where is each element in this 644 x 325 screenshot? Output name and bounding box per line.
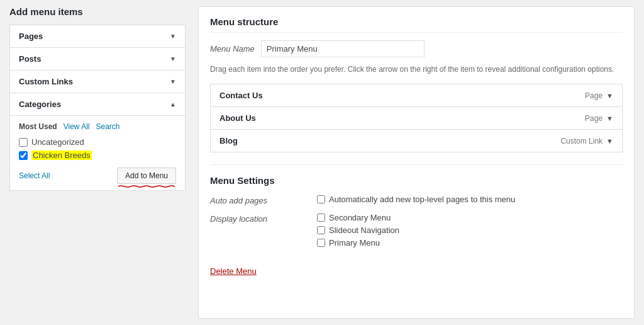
menu-name-input[interactable] (261, 40, 425, 57)
auto-add-pages-value: Automatically add new top-level pages to… (317, 195, 623, 205)
auto-add-pages-label: Auto add pages (210, 195, 311, 205)
select-all-link[interactable]: Select All (19, 171, 50, 180)
contact-us-expand-arrow[interactable]: ▼ (606, 92, 613, 100)
display-location-label: Display location (210, 213, 311, 248)
add-to-menu-wrapper: Add to Menu (117, 168, 176, 184)
custom-links-arrow: ▼ (170, 78, 176, 85)
menu-name-label: Menu Name (210, 44, 255, 54)
auto-add-pages-option-label: Automatically add new top-level pages to… (329, 195, 515, 204)
tab-search[interactable]: Search (96, 122, 120, 131)
primary-menu-label: Primary Menu (329, 238, 380, 248)
categories-accordion-header[interactable]: Categories ▲ (10, 93, 185, 115)
pages-accordion-header[interactable]: Pages ▼ (10, 25, 185, 47)
list-item: Chicken Breeds (19, 151, 176, 160)
menu-structure-title: Menu structure (210, 16, 623, 33)
squiggle-decoration (117, 185, 176, 188)
table-row[interactable]: About Us Page ▼ (210, 106, 623, 130)
delete-menu-link[interactable]: Delete Menu (210, 266, 257, 276)
pages-label: Pages (19, 31, 43, 41)
chicken-breeds-checkbox[interactable] (19, 151, 28, 160)
categories-accordion: Categories ▲ Most Used View All Search U… (9, 93, 186, 191)
about-us-type: Page ▼ (585, 114, 613, 123)
blog-type-label: Custom Link (560, 137, 602, 145)
blog-type: Custom Link ▼ (560, 137, 613, 145)
categories-label: Categories (19, 100, 61, 109)
about-us-expand-arrow[interactable]: ▼ (606, 115, 613, 122)
left-panel: Add menu items Pages ▼ Posts ▼ Custom Li… (9, 6, 186, 319)
menu-name-row: Menu Name (210, 40, 623, 57)
posts-accordion-header[interactable]: Posts ▼ (10, 48, 185, 70)
right-panel: Menu structure Menu Name Drag each item … (198, 6, 635, 319)
posts-accordion: Posts ▼ (9, 47, 186, 71)
contact-us-type: Page ▼ (585, 91, 613, 100)
contact-us-label: Contact Us (219, 91, 263, 100)
drag-hint: Drag each item into the order you prefer… (210, 64, 623, 75)
list-item: Uncategorized (19, 137, 176, 147)
menu-settings-grid: Auto add pages Automatically add new top… (210, 195, 623, 248)
about-us-label: About Us (219, 113, 256, 123)
primary-menu-option: Primary Menu (317, 238, 623, 248)
custom-links-accordion-header[interactable]: Custom Links ▼ (10, 71, 185, 93)
slideout-navigation-label: Slideout Navigation (329, 225, 399, 235)
about-us-type-label: Page (585, 114, 602, 123)
pages-arrow: ▼ (170, 33, 176, 40)
menu-settings-title: Menu Settings (210, 164, 623, 186)
posts-arrow: ▼ (170, 55, 176, 62)
posts-label: Posts (19, 54, 41, 64)
auto-add-pages-option: Automatically add new top-level pages to… (317, 195, 623, 204)
auto-add-pages-checkbox[interactable] (317, 195, 325, 203)
categories-arrow: ▲ (170, 101, 176, 108)
primary-menu-checkbox[interactable] (317, 239, 325, 247)
secondary-menu-checkbox[interactable] (317, 214, 325, 222)
uncategorized-checkbox[interactable] (19, 138, 28, 147)
blog-label: Blog (219, 136, 238, 145)
table-row[interactable]: Contact Us Page ▼ (210, 84, 623, 107)
slideout-navigation-checkbox[interactable] (317, 226, 325, 234)
display-location-value: Secondary Menu Slideout Navigation Prima… (317, 213, 623, 248)
chicken-breeds-label: Chicken Breeds (31, 151, 92, 160)
secondary-menu-label: Secondary Menu (329, 213, 391, 222)
slideout-navigation-option: Slideout Navigation (317, 225, 623, 235)
accordion-footer: Select All Add to Menu (19, 168, 176, 184)
tab-most-used[interactable]: Most Used (19, 122, 57, 131)
category-list: Uncategorized Chicken Breeds (19, 137, 176, 160)
uncategorized-label: Uncategorized (31, 137, 84, 147)
secondary-menu-option: Secondary Menu (317, 213, 623, 222)
add-menu-items-title: Add menu items (9, 6, 186, 17)
blog-expand-arrow[interactable]: ▼ (606, 137, 613, 145)
custom-links-label: Custom Links (19, 77, 73, 86)
custom-links-accordion: Custom Links ▼ (9, 70, 186, 93)
menu-items-list: Contact Us Page ▼ About Us Page ▼ Blog C… (210, 84, 623, 152)
add-to-menu-button[interactable]: Add to Menu (117, 168, 176, 184)
pages-accordion: Pages ▼ (9, 25, 186, 48)
categories-tabs: Most Used View All Search (19, 122, 176, 131)
contact-us-type-label: Page (585, 91, 602, 100)
tab-view-all[interactable]: View All (64, 122, 90, 131)
categories-content: Most Used View All Search Uncategorized … (10, 115, 185, 190)
table-row[interactable]: Blog Custom Link ▼ (210, 129, 623, 152)
